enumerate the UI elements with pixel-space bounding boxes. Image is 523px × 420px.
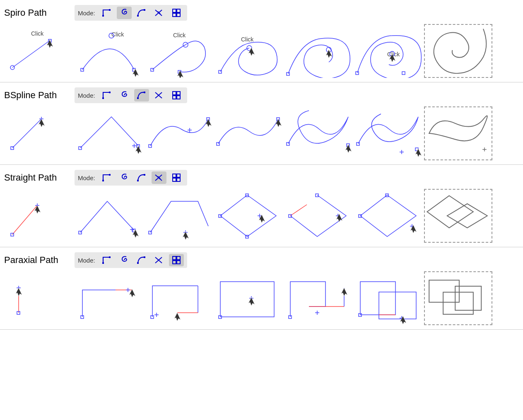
bspline-mode-corner[interactable]	[99, 89, 114, 101]
svg-rect-41	[144, 92, 145, 93]
paraxial-demo-2	[74, 271, 142, 325]
svg-marker-162	[400, 316, 406, 324]
bspline-mode-curve[interactable]	[134, 89, 149, 101]
svg-rect-127	[173, 256, 176, 260]
bspline-mode-scissors[interactable]	[152, 89, 166, 101]
svg-rect-128	[177, 256, 180, 260]
spiro-mode-bar: Mode:	[75, 5, 187, 21]
svg-rect-86	[177, 178, 180, 181]
svg-rect-130	[177, 261, 180, 264]
spiro-demo-4: Click	[214, 24, 282, 78]
paraxial-demo-5	[284, 271, 352, 325]
bspline-mode-spiral[interactable]	[117, 89, 132, 101]
svg-rect-77	[109, 174, 111, 176]
svg-text:Click: Click	[173, 32, 186, 39]
bspline-demo-5	[284, 106, 352, 160]
paraxial-demo-4	[214, 271, 282, 325]
svg-marker-155	[341, 288, 347, 296]
svg-rect-45	[177, 92, 180, 95]
straight-title: Straight Path	[4, 172, 70, 183]
svg-rect-163	[429, 280, 459, 302]
spiro-mode-corner[interactable]	[99, 7, 114, 19]
straight-mode-corner[interactable]	[99, 171, 114, 184]
paraxial-mode-spiral[interactable]	[117, 254, 132, 266]
bspline-mode-grid[interactable]	[169, 89, 184, 101]
paraxial-mode-corner[interactable]	[99, 254, 114, 266]
svg-marker-20	[133, 69, 139, 77]
spiro-demo-2: Click	[74, 24, 142, 78]
svg-rect-36	[402, 72, 405, 75]
svg-rect-28	[219, 70, 222, 73]
spiro-title: Spiro Path	[4, 7, 70, 18]
bspline-title: BSpline Path	[4, 90, 70, 101]
svg-marker-112	[336, 214, 342, 222]
paraxial-mode-curve[interactable]	[134, 254, 149, 266]
svg-marker-29	[248, 48, 255, 56]
spiro-demo-final	[424, 24, 492, 78]
spiro-demo-1: Click	[4, 24, 72, 78]
svg-rect-164	[443, 292, 473, 314]
svg-marker-96	[133, 229, 139, 238]
svg-line-107	[290, 205, 307, 216]
svg-rect-10	[177, 13, 180, 17]
paraxial-demo-final	[424, 271, 492, 325]
svg-text:Click: Click	[241, 36, 254, 43]
svg-marker-119	[427, 196, 473, 228]
svg-rect-58	[149, 145, 152, 147]
svg-marker-145	[174, 313, 181, 321]
svg-rect-40	[137, 97, 139, 99]
bspline-demo-2	[74, 106, 142, 160]
svg-rect-44	[173, 92, 176, 95]
svg-rect-8	[177, 9, 180, 12]
spiro-demo-5	[284, 24, 352, 78]
svg-rect-7	[173, 9, 176, 12]
bspline-demo-row	[4, 106, 519, 160]
svg-text:Click: Click	[31, 30, 44, 37]
paraxial-header: Paraxial Path Mode:	[4, 252, 519, 268]
svg-marker-52	[39, 119, 45, 127]
straight-mode-bar: Mode:	[75, 170, 187, 186]
spiro-section: Spiro Path Mode:	[0, 0, 523, 82]
spiro-demo-6: Click	[354, 24, 422, 78]
straight-mode-label: Mode:	[78, 174, 95, 181]
svg-rect-69	[357, 142, 359, 145]
paraxial-section: Paraxial Path Mode:	[0, 247, 523, 330]
spiro-mode-spiral[interactable]	[117, 7, 132, 19]
svg-rect-121	[102, 262, 104, 264]
svg-rect-38	[102, 97, 104, 99]
bspline-demo-6	[354, 106, 422, 160]
paraxial-demo-row	[4, 271, 519, 325]
svg-rect-156	[360, 282, 395, 315]
straight-demo-row	[4, 189, 519, 243]
straight-mode-curve[interactable]	[134, 171, 149, 184]
svg-rect-78	[137, 180, 139, 181]
bspline-demo-3	[144, 106, 212, 160]
spiro-mode-grid[interactable]	[169, 7, 184, 19]
bspline-demo-final	[424, 106, 492, 160]
svg-rect-39	[109, 92, 111, 93]
bspline-header: BSpline Path Mode:	[4, 87, 519, 103]
paraxial-demo-1	[4, 271, 72, 325]
paraxial-mode-bar: Mode:	[75, 252, 187, 268]
paraxial-mode-grid[interactable]	[169, 254, 184, 266]
straight-demo-final	[424, 189, 492, 243]
straight-mode-scissors[interactable]	[152, 171, 166, 184]
spiro-header: Spiro Path Mode:	[4, 5, 519, 21]
svg-rect-47	[177, 96, 180, 99]
straight-mode-grid[interactable]	[169, 171, 184, 184]
straight-mode-spiral[interactable]	[117, 171, 132, 184]
svg-rect-2	[137, 15, 139, 17]
straight-demo-2	[74, 189, 142, 243]
straight-demo-5	[284, 189, 352, 243]
spiro-mode-scissors[interactable]	[152, 7, 166, 19]
svg-line-87	[12, 205, 37, 234]
svg-rect-35	[356, 72, 359, 75]
svg-rect-31	[287, 72, 289, 75]
paraxial-demo-6	[354, 271, 422, 325]
svg-line-12	[12, 41, 50, 68]
spiro-mode-curve[interactable]	[134, 7, 149, 19]
svg-rect-122	[109, 256, 111, 258]
bspline-mode-label: Mode:	[78, 92, 95, 99]
paraxial-mode-scissors[interactable]	[152, 254, 166, 266]
svg-rect-124	[144, 256, 145, 258]
